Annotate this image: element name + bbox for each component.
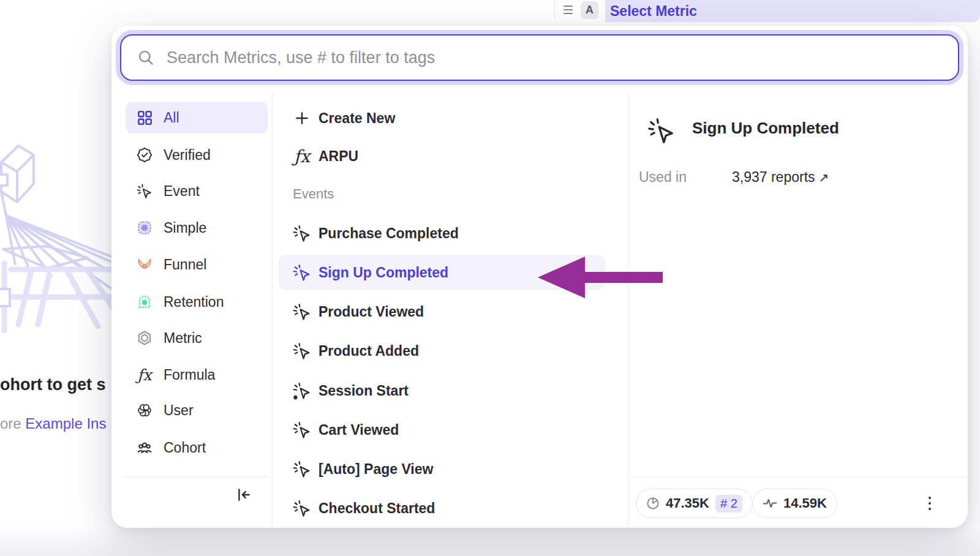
collapse-left-icon xyxy=(236,487,252,503)
event-cursor-icon xyxy=(137,183,153,199)
user-cluster-icon xyxy=(137,402,153,418)
sidebar-item-label: All xyxy=(164,110,179,126)
select-metric-label: Select Metric xyxy=(610,3,697,20)
link-prefix: ore xyxy=(0,415,25,432)
list-item-label: Purchase Completed xyxy=(318,225,459,242)
list-item-label: Sign Up Completed xyxy=(318,265,448,281)
list-item-auto-page-view[interactable]: [Auto] Page View xyxy=(278,451,605,487)
grid-icon xyxy=(137,110,153,126)
background-link-line: ore Example Ins xyxy=(0,415,106,432)
panel-divider xyxy=(554,0,555,18)
sidebar-item-label: Event xyxy=(164,183,200,200)
list-item-cart-viewed[interactable]: Cart Viewed xyxy=(278,412,605,448)
activity-icon xyxy=(763,496,777,511)
events-section-label: Events xyxy=(293,186,334,202)
sidebar-item-label: Retention xyxy=(164,294,224,310)
sidebar-list-divider xyxy=(272,92,273,528)
event-cursor-icon xyxy=(293,499,311,517)
sidebar-item-simple[interactable]: Simple xyxy=(126,212,268,244)
sidebar-item-label: Simple xyxy=(164,220,206,236)
search-input[interactable] xyxy=(167,48,958,67)
simple-icon xyxy=(137,220,153,236)
retention-icon xyxy=(137,294,153,310)
list-item-label: Checkout Started xyxy=(318,500,435,517)
create-new-button[interactable]: Create New xyxy=(278,100,605,136)
sidebar-footer-divider xyxy=(124,476,268,477)
sidebar-item-user[interactable]: User xyxy=(126,394,268,426)
sidebar-item-formula[interactable]: ƒx Formula xyxy=(126,359,268,391)
formula-fx-icon: ƒx xyxy=(137,367,153,383)
event-cursor-icon xyxy=(293,263,311,282)
list-item-label: Session Start xyxy=(318,383,409,399)
more-options-kebab-icon[interactable] xyxy=(918,489,942,518)
page-bottom-fade xyxy=(0,527,980,556)
event-cursor-icon xyxy=(293,421,311,439)
decorative-wireframe-illustration xyxy=(0,138,116,334)
search-bar xyxy=(120,34,959,81)
sidebar-item-label: Cohort xyxy=(164,440,206,456)
reports-link[interactable]: 3,937 reports↗ xyxy=(732,169,829,186)
rank-chip: # 2 xyxy=(715,495,742,513)
list-item-session-start[interactable]: Session Start xyxy=(278,373,605,408)
block-type-badge[interactable]: A xyxy=(581,1,598,19)
pie-chart-icon xyxy=(646,497,660,510)
collapse-sidebar-button[interactable] xyxy=(233,484,255,506)
event-cursor-icon xyxy=(293,460,311,478)
stat-value: 14.59K xyxy=(783,495,827,511)
sidebar-item-label: User xyxy=(164,402,194,419)
background-headline-fragment: ohort to get s xyxy=(0,375,105,394)
stat-value: 47.35K xyxy=(666,495,709,511)
list-item-label: Cart Viewed xyxy=(318,422,399,438)
detail-title: Sign Up Completed xyxy=(692,119,839,138)
list-detail-divider xyxy=(628,92,628,528)
list-item-label: Product Added xyxy=(318,343,419,359)
event-cursor-icon xyxy=(647,116,676,145)
funnel-icon xyxy=(137,257,153,272)
sidebar-item-retention[interactable]: Retention xyxy=(126,286,268,318)
cohort-people-icon xyxy=(137,440,153,456)
custom-event-cursor-icon xyxy=(293,381,311,400)
list-item-label: Create New xyxy=(318,110,395,127)
select-metric-field[interactable]: Select Metric xyxy=(605,0,980,22)
example-insights-link[interactable]: Example Ins xyxy=(25,415,106,432)
list-item-label: Product Viewed xyxy=(318,304,424,320)
activity-count-badge[interactable]: 14.59K xyxy=(752,489,837,518)
verified-badge-icon xyxy=(137,147,153,163)
formula-fx-icon: ƒx xyxy=(293,147,311,165)
annotation-arrow xyxy=(535,254,665,301)
sidebar-item-all[interactable]: All xyxy=(126,102,268,133)
detail-footer-divider xyxy=(628,477,968,478)
sidebar-item-verified[interactable]: Verified xyxy=(126,139,268,171)
event-cursor-icon xyxy=(293,302,311,321)
screen: A Select Metric ohort to get s ore Examp… xyxy=(0,0,980,556)
sidebar-item-label: Formula xyxy=(164,367,215,383)
sidebar-item-metric[interactable]: Metric xyxy=(126,322,268,354)
list-item-checkout-started[interactable]: Checkout Started xyxy=(278,490,605,526)
search-icon xyxy=(137,49,154,66)
external-link-icon: ↗ xyxy=(819,171,829,184)
event-cursor-icon xyxy=(293,342,311,360)
drag-handle-icon[interactable] xyxy=(564,3,577,17)
list-item-purchase-completed[interactable]: Purchase Completed xyxy=(278,216,605,251)
list-item-arpu[interactable]: ƒx ARPU xyxy=(278,138,605,174)
metric-hexagon-icon xyxy=(137,330,153,346)
sidebar-item-label: Funnel xyxy=(164,257,206,273)
list-item-label: ARPU xyxy=(318,148,358,165)
list-item-label: [Auto] Page View xyxy=(318,461,433,478)
used-in-label: Used in xyxy=(639,169,687,186)
sidebar-item-funnel[interactable]: Funnel xyxy=(126,249,268,280)
plus-icon xyxy=(293,109,311,127)
list-item-product-added[interactable]: Product Added xyxy=(278,333,605,369)
sidebar-item-label: Metric xyxy=(164,330,202,347)
sidebar-item-label: Verified xyxy=(164,147,211,163)
sidebar-item-event[interactable]: Event xyxy=(126,175,268,207)
event-cursor-icon xyxy=(293,224,311,242)
sidebar-item-cohort[interactable]: Cohort xyxy=(126,432,268,464)
report-count-badge[interactable]: 47.35K # 2 xyxy=(636,489,753,518)
